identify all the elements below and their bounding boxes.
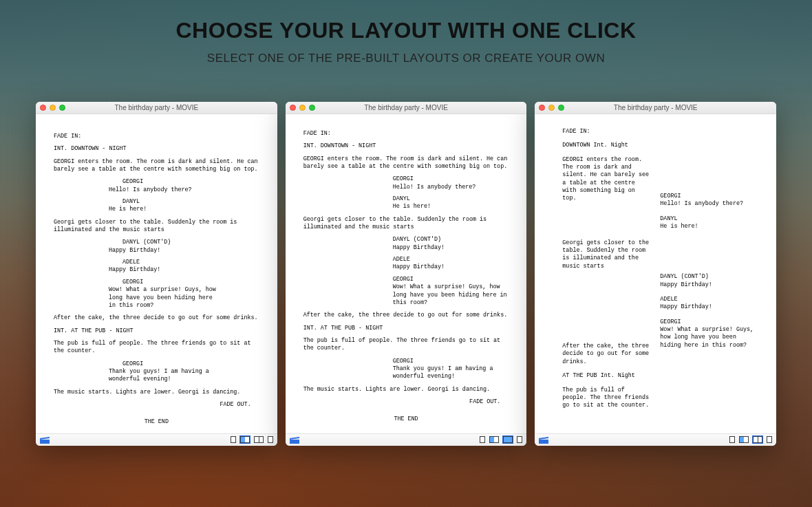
layout-switcher[interactable] bbox=[729, 436, 772, 443]
the-end: THE END bbox=[303, 416, 509, 423]
layout-switcher[interactable] bbox=[480, 436, 522, 443]
layout-icon-full[interactable] bbox=[503, 436, 513, 443]
action-text: The music starts. Lights are lower. Geor… bbox=[54, 389, 259, 396]
statusbar bbox=[286, 433, 527, 446]
close-icon[interactable] bbox=[539, 105, 545, 111]
layout-icon-narrow[interactable] bbox=[231, 436, 236, 443]
layout-switcher[interactable] bbox=[231, 436, 273, 443]
scene-heading: INT. DOWNTOWN - NIGHT bbox=[54, 145, 259, 153]
document-body: FADE IN: INT. DOWNTOWN - NIGHT GEORGI en… bbox=[36, 114, 277, 433]
headline: CHOOSE YOUR LAYOUT WITH ONE CLICK bbox=[0, 0, 812, 43]
scene-heading: INT. DOWNTOWN - NIGHT bbox=[303, 142, 509, 150]
layout-preview-3[interactable]: The birthday party - MOVIE FADE IN: DOWN… bbox=[535, 102, 776, 446]
action-text: GEORGI enters the room. The room is dark… bbox=[54, 158, 259, 174]
zoom-icon[interactable] bbox=[558, 105, 564, 111]
svg-rect-0 bbox=[40, 440, 50, 444]
statusbar bbox=[535, 433, 776, 446]
window-title: The birthday party - MOVIE bbox=[36, 104, 277, 111]
transition: FADE OUT. bbox=[54, 401, 259, 409]
fade-in: FADE IN: bbox=[303, 130, 509, 138]
window-title: The birthday party - MOVIE bbox=[286, 104, 527, 111]
action-text: After the cake, the three decide to go o… bbox=[303, 312, 509, 319]
subheadline: SELECT ONE OF THE PRE-BUILT LAYOUTS OR C… bbox=[0, 52, 812, 65]
transition: FADE OUT. bbox=[303, 398, 509, 406]
layout-icon-narrow[interactable] bbox=[729, 436, 735, 443]
layout-icon-narrow-2[interactable] bbox=[517, 436, 522, 443]
statusbar bbox=[36, 433, 277, 446]
minimize-icon[interactable] bbox=[299, 105, 306, 111]
clapperboard-icon[interactable] bbox=[290, 435, 299, 444]
titlebar: The birthday party - MOVIE bbox=[286, 102, 527, 114]
minimize-icon[interactable] bbox=[50, 105, 56, 111]
layout-preview-2[interactable]: The birthday party - MOVIE FADE IN: INT.… bbox=[286, 102, 527, 446]
titlebar: The birthday party - MOVIE bbox=[36, 102, 277, 114]
layout-icon-half[interactable] bbox=[240, 436, 250, 443]
layout-preview-row: The birthday party - MOVIE FADE IN: INT.… bbox=[36, 102, 776, 446]
layout-icon-half[interactable] bbox=[739, 436, 749, 443]
document-body: FADE IN: DOWNTOWN Int. Night GEORGI ente… bbox=[535, 114, 776, 433]
the-end: THE END bbox=[54, 418, 259, 426]
layout-preview-1[interactable]: The birthday party - MOVIE FADE IN: INT.… bbox=[36, 102, 277, 446]
fade-in: FADE IN: bbox=[54, 133, 259, 140]
close-icon[interactable] bbox=[40, 105, 46, 111]
action-text: GEORGI enters the room. The room is dark… bbox=[303, 155, 509, 171]
window-title: The birthday party - MOVIE bbox=[535, 104, 776, 111]
action-text: The pub is full of people. The three fri… bbox=[54, 340, 259, 356]
layout-icon-narrow-2[interactable] bbox=[268, 436, 273, 443]
clapperboard-icon[interactable] bbox=[40, 435, 50, 444]
action-text: Georgi gets closer to the table. Suddenl… bbox=[54, 219, 259, 235]
layout-icon-narrow[interactable] bbox=[480, 436, 485, 443]
action-text: The music starts. Lights are lower. Geor… bbox=[303, 386, 509, 393]
scene-heading: INT. AT THE PUB - NIGHT bbox=[303, 325, 509, 332]
svg-rect-2 bbox=[539, 440, 548, 444]
layout-icon-narrow-2[interactable] bbox=[767, 436, 772, 443]
action-text: After the cake, the three decide to go o… bbox=[54, 314, 259, 322]
titlebar: The birthday party - MOVIE bbox=[535, 102, 776, 114]
layout-icon-split[interactable] bbox=[753, 436, 762, 443]
clapperboard-icon[interactable] bbox=[539, 435, 548, 444]
zoom-icon[interactable] bbox=[59, 105, 65, 111]
action-text: Georgi gets closer to the table. Suddenl… bbox=[303, 216, 509, 232]
layout-icon-split[interactable] bbox=[254, 436, 264, 443]
svg-rect-1 bbox=[290, 440, 299, 444]
close-icon[interactable] bbox=[290, 105, 296, 111]
layout-icon-half[interactable] bbox=[489, 436, 499, 443]
minimize-icon[interactable] bbox=[548, 105, 555, 111]
document-body: FADE IN: INT. DOWNTOWN - NIGHT GEORGI en… bbox=[286, 114, 527, 433]
action-text: The pub is full of people. The three fri… bbox=[303, 337, 509, 353]
zoom-icon[interactable] bbox=[309, 105, 315, 111]
scene-heading: INT. AT THE PUB - NIGHT bbox=[54, 327, 259, 335]
